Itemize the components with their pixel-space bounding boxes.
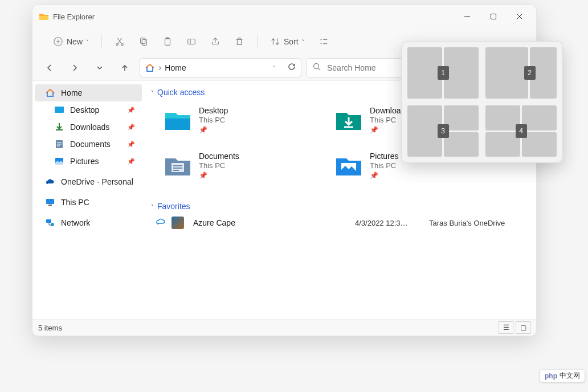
- svg-rect-0: [491, 14, 496, 19]
- sort-button[interactable]: Sort ˅: [264, 31, 311, 52]
- details-view-button[interactable]: ☰: [499, 321, 513, 334]
- tiles-view-button[interactable]: ▢: [516, 321, 530, 334]
- sidebar-item-home[interactable]: Home: [35, 84, 142, 101]
- pin-icon: 📌: [199, 126, 228, 134]
- svg-point-18: [51, 223, 54, 226]
- forward-button[interactable]: [64, 59, 85, 77]
- share-button[interactable]: [205, 31, 226, 52]
- chevron-down-icon: ˅: [151, 203, 154, 210]
- up-button[interactable]: [115, 59, 135, 77]
- svg-rect-12: [55, 107, 64, 113]
- sidebar-item-label: OneDrive - Personal: [61, 177, 133, 186]
- sidebar-item-thispc[interactable]: This PC: [35, 194, 142, 211]
- layout-number: 1: [438, 66, 449, 80]
- sidebar-item-downloads[interactable]: Downloads 📌: [35, 119, 142, 136]
- download-icon: [54, 122, 64, 132]
- folder-downloads-icon: [334, 106, 363, 134]
- watermark: php 中文网: [540, 370, 585, 382]
- svg-rect-15: [46, 199, 54, 204]
- maximize-button[interactable]: [480, 7, 507, 26]
- copy-icon: [138, 36, 149, 47]
- favorite-item[interactable]: Azure Cape 4/3/2022 12:3… Taras Buria's …: [146, 213, 536, 232]
- copy-button[interactable]: [133, 31, 154, 52]
- watermark-brand: php: [545, 372, 557, 380]
- watermark-text: 中文网: [560, 371, 580, 381]
- pin-icon: 📌: [127, 141, 135, 148]
- recent-button[interactable]: [89, 59, 110, 77]
- rename-button[interactable]: [181, 31, 202, 52]
- sidebar-item-label: Pictures: [70, 157, 99, 166]
- sidebar-item-label: Desktop: [70, 105, 99, 115]
- chevron-down-icon[interactable]: ˅: [273, 65, 276, 71]
- tile-documents[interactable]: Documents This PC 📌: [161, 149, 321, 190]
- svg-point-10: [320, 43, 321, 44]
- pin-icon: 📌: [127, 107, 135, 114]
- svg-point-9: [320, 39, 321, 40]
- window-controls: [454, 7, 533, 26]
- tile-name: Desktop: [199, 106, 228, 115]
- tile-location: This PC: [199, 116, 228, 124]
- sidebar-item-label: Home: [61, 88, 82, 97]
- breadcrumb-home[interactable]: Home: [165, 63, 186, 72]
- search-icon: [312, 62, 321, 74]
- sidebar: Home Desktop 📌 Downloads 📌 Documents 📌 P…: [32, 81, 144, 319]
- home-icon: [45, 88, 55, 98]
- cut-button[interactable]: [109, 31, 130, 52]
- titlebar: File Explorer: [32, 5, 536, 28]
- snap-layout-2[interactable]: 2: [485, 47, 557, 99]
- section-favorites[interactable]: ˅ Favorites: [146, 199, 536, 213]
- cloud-sync-icon: [156, 217, 166, 229]
- svg-rect-6: [165, 39, 170, 46]
- chevron-down-icon: ˅: [302, 39, 305, 45]
- minimize-button[interactable]: [454, 7, 480, 26]
- paste-icon: [162, 36, 173, 47]
- tile-location: This PC: [199, 161, 239, 170]
- item-count: 5 items: [38, 324, 62, 332]
- paste-button[interactable]: [157, 31, 178, 52]
- favorite-name: Azure Cape: [190, 218, 349, 227]
- desktop-icon: [54, 105, 64, 115]
- separator: [101, 35, 102, 48]
- new-label: New: [67, 37, 83, 46]
- svg-rect-4: [141, 38, 145, 44]
- sidebar-item-label: Network: [61, 218, 90, 227]
- sidebar-item-pictures[interactable]: Pictures 📌: [35, 153, 142, 170]
- sidebar-item-network[interactable]: Network: [35, 214, 142, 231]
- trash-icon: [234, 36, 244, 47]
- sidebar-item-desktop[interactable]: Desktop 📌: [35, 101, 142, 119]
- sidebar-item-onedrive[interactable]: OneDrive - Personal: [35, 173, 142, 190]
- document-icon: [54, 139, 64, 149]
- section-label: Favorites: [157, 202, 190, 211]
- back-button[interactable]: [39, 59, 60, 77]
- snap-layout-1[interactable]: 1: [407, 47, 479, 99]
- status-bar: 5 items ☰ ▢: [32, 320, 536, 336]
- view-button[interactable]: [313, 31, 334, 52]
- snap-layouts-popup: 1 2 3 4: [401, 41, 563, 163]
- snap-layout-4[interactable]: 4: [485, 105, 557, 157]
- svg-rect-5: [142, 39, 146, 45]
- address-bar[interactable]: › Home ˅: [140, 58, 301, 77]
- pictures-icon: [54, 156, 64, 166]
- app-icon: [39, 12, 48, 21]
- close-button[interactable]: [507, 7, 533, 26]
- snap-layout-3[interactable]: 3: [407, 105, 479, 157]
- tile-name: Pictures: [370, 152, 399, 161]
- pin-icon: 📌: [127, 158, 135, 165]
- refresh-button[interactable]: [287, 62, 296, 74]
- tile-desktop[interactable]: Desktop This PC 📌: [161, 104, 321, 145]
- sort-icon: [270, 36, 280, 47]
- home-icon: [145, 63, 155, 73]
- window-title: File Explorer: [53, 13, 454, 21]
- folder-documents-icon: [164, 152, 192, 180]
- rename-icon: [186, 36, 197, 47]
- new-button[interactable]: New ˅: [47, 31, 95, 52]
- folder-pictures-icon: [334, 152, 363, 180]
- view-icon: [318, 36, 329, 47]
- tile-location: This PC: [370, 161, 399, 170]
- pin-icon: 📌: [127, 124, 135, 131]
- svg-rect-8: [188, 39, 195, 44]
- delete-button[interactable]: [228, 31, 250, 52]
- sidebar-item-label: This PC: [61, 198, 89, 207]
- sidebar-item-documents[interactable]: Documents 📌: [35, 136, 142, 153]
- pin-icon: 📌: [370, 172, 399, 179]
